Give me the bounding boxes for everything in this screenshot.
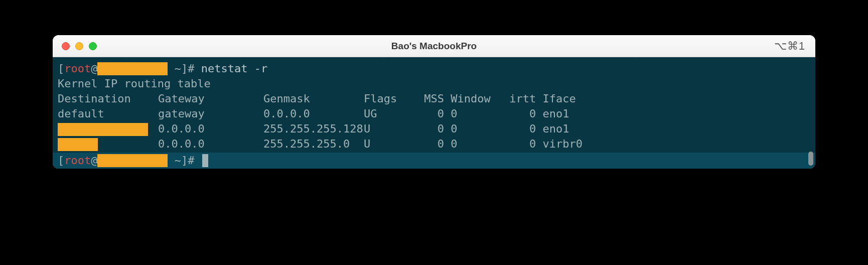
terminal-window: Bao's MacbookPro ⌥⌘1 [root@ ~]# netstat … xyxy=(53,35,815,169)
header-irtt: irtt xyxy=(496,91,536,106)
cell-irtt: 0 xyxy=(496,106,536,121)
cell-destination xyxy=(58,137,158,152)
prompt-tail: ~]# xyxy=(168,61,201,76)
prompt-at: @ xyxy=(91,153,97,168)
cell-mss: 0 xyxy=(414,137,444,152)
terminal-body[interactable]: [root@ ~]# netstat -r Kernel IP routing … xyxy=(53,57,815,169)
prompt-user: root xyxy=(64,61,91,76)
hostname-redacted xyxy=(97,154,168,167)
cell-irtt: 0 xyxy=(496,121,536,137)
cell-flags: U xyxy=(364,137,414,152)
hostname-redacted xyxy=(97,62,168,75)
cell-irtt: 0 xyxy=(496,137,536,152)
prompt-user: root xyxy=(64,153,91,168)
scrollbar-thumb[interactable] xyxy=(808,152,813,166)
window-shortcut: ⌥⌘1 xyxy=(774,40,805,53)
cell-destination: default xyxy=(58,106,158,121)
cell-destination xyxy=(58,121,158,137)
prompt-line-1: [root@ ~]# netstat -r xyxy=(53,61,815,76)
header-iface: Iface xyxy=(543,91,603,106)
cell-iface: eno1 xyxy=(543,106,603,121)
header-genmask: Genmask xyxy=(263,91,364,106)
cell-window: 0 xyxy=(451,106,496,121)
cell-flags: U xyxy=(364,121,414,137)
cell-gateway: 0.0.0.0 xyxy=(158,137,263,152)
cell-mss: 0 xyxy=(414,106,444,121)
prompt-open: [ xyxy=(58,153,64,168)
prompt-line-2[interactable]: [root@ ~]# xyxy=(53,153,815,169)
cell-window: 0 xyxy=(451,121,496,137)
table-header-row: Destination Gateway Genmask Flags MSS Wi… xyxy=(53,91,815,106)
header-window: Window xyxy=(451,91,496,106)
table-row: 0.0.0.0 255.255.255.0 U 0 0 0 virbr0 xyxy=(53,137,815,152)
header-gateway: Gateway xyxy=(158,91,263,106)
prompt-tail: ~]# xyxy=(168,153,201,168)
cell-genmask: 0.0.0.0 xyxy=(263,106,364,121)
table-row: default gateway 0.0.0.0 UG 0 0 0 eno1 xyxy=(53,106,815,121)
cell-iface: virbr0 xyxy=(543,137,603,152)
command-text: netstat -r xyxy=(201,61,267,76)
destination-redacted xyxy=(58,123,148,136)
cell-mss: 0 xyxy=(414,121,444,137)
window-title: Bao's MacbookPro xyxy=(53,41,815,52)
cell-gateway: 0.0.0.0 xyxy=(158,121,263,137)
prompt-at: @ xyxy=(91,61,97,76)
cell-iface: eno1 xyxy=(543,121,603,137)
close-icon[interactable] xyxy=(62,42,70,50)
cell-genmask: 255.255.255.128 xyxy=(263,121,364,137)
header-destination: Destination xyxy=(58,91,158,106)
table-row: 0.0.0.0 255.255.255.128 U 0 0 0 eno1 xyxy=(53,121,815,137)
cell-gateway: gateway xyxy=(158,106,263,121)
minimize-icon[interactable] xyxy=(75,42,83,50)
traffic-lights xyxy=(53,42,97,50)
zoom-icon[interactable] xyxy=(89,42,97,50)
cursor-icon xyxy=(202,154,208,167)
titlebar[interactable]: Bao's MacbookPro ⌥⌘1 xyxy=(53,35,815,57)
cell-genmask: 255.255.255.0 xyxy=(263,137,364,152)
routing-table-title: Kernel IP routing table xyxy=(53,76,815,91)
prompt-open: [ xyxy=(58,61,64,76)
cell-window: 0 xyxy=(451,137,496,152)
cell-flags: UG xyxy=(364,106,414,121)
destination-redacted xyxy=(58,138,98,151)
header-mss: MSS xyxy=(414,91,444,106)
header-flags: Flags xyxy=(364,91,414,106)
